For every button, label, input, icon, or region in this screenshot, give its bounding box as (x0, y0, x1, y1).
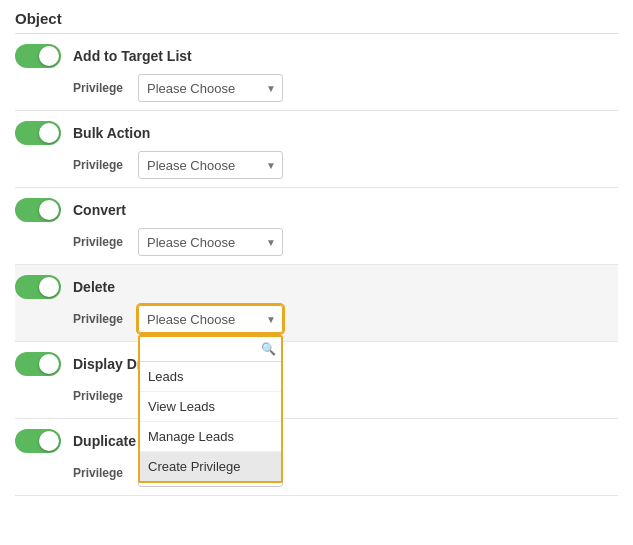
dropdown-wrapper-convert: Please Choose ▼ (138, 228, 283, 256)
section-title: Object (15, 10, 618, 34)
privilege-label: Privilege (73, 466, 128, 480)
row-display-dropdown: Display Drop… Privilege Please Choose ▼ (15, 342, 618, 419)
dropdown-option-create-privilege[interactable]: Create Privilege (140, 452, 281, 481)
toggle-track[interactable] (15, 121, 61, 145)
dropdown-value: Please Choose (147, 81, 235, 96)
dropdown-option-leads[interactable]: Leads (140, 362, 281, 392)
toggle-thumb (39, 277, 59, 297)
dropdown-search-input[interactable] (145, 340, 261, 358)
row-label-delete: Delete (73, 279, 115, 295)
toggle-delete[interactable] (15, 275, 61, 299)
dropdown-wrapper-bulk-action: Please Choose ▼ (138, 151, 283, 179)
dropdown-btn-bulk-action[interactable]: Please Choose ▼ (138, 151, 283, 179)
page-container: Object Add to Target List Privilege Plea… (0, 0, 633, 506)
row-header: Delete (15, 275, 618, 299)
toggle-thumb (39, 354, 59, 374)
toggle-track[interactable] (15, 352, 61, 376)
row-header: Bulk Action (15, 121, 618, 145)
chevron-down-icon: ▼ (266, 160, 276, 171)
dropdown-panel-delete: 🔍 Leads View Leads Manage Leads Create P… (138, 335, 283, 483)
privilege-row: Privilege Please Choose ▼ 🔍 Leads View L… (73, 305, 618, 333)
privilege-label: Privilege (73, 81, 128, 95)
toggle-thumb (39, 431, 59, 451)
row-header: Convert (15, 198, 618, 222)
toggle-duplicate[interactable] (15, 429, 61, 453)
row-label-add-to-target-list: Add to Target List (73, 48, 192, 64)
row-header: Duplicate (15, 429, 618, 453)
privilege-label: Privilege (73, 312, 128, 326)
toggle-track[interactable] (15, 198, 61, 222)
privilege-row: Privilege Please Choose ▼ (73, 228, 618, 256)
toggle-convert[interactable] (15, 198, 61, 222)
row-header: Display Drop… (15, 352, 618, 376)
toggle-thumb (39, 200, 59, 220)
row-add-to-target-list: Add to Target List Privilege Please Choo… (15, 34, 618, 111)
dropdown-btn-delete[interactable]: Please Choose ▼ (138, 305, 283, 333)
row-label-bulk-action: Bulk Action (73, 125, 150, 141)
toggle-track[interactable] (15, 44, 61, 68)
search-icon: 🔍 (261, 342, 276, 356)
privilege-row: Privilege Please Choose ▼ (73, 151, 618, 179)
dropdown-value: Please Choose (147, 158, 235, 173)
dropdown-option-view-leads[interactable]: View Leads (140, 392, 281, 422)
privilege-label: Privilege (73, 158, 128, 172)
dropdown-search: 🔍 (140, 337, 281, 362)
dropdown-options-list: Leads View Leads Manage Leads Create Pri… (140, 362, 281, 481)
row-label-convert: Convert (73, 202, 126, 218)
chevron-down-icon: ▼ (266, 314, 276, 325)
toggle-add-to-target-list[interactable] (15, 44, 61, 68)
privilege-row: Privilege Please Choose ▼ (73, 74, 618, 102)
toggle-track[interactable] (15, 429, 61, 453)
chevron-down-icon: ▼ (266, 237, 276, 248)
privilege-label: Privilege (73, 235, 128, 249)
row-header: Add to Target List (15, 44, 618, 68)
dropdown-option-manage-leads[interactable]: Manage Leads (140, 422, 281, 452)
dropdown-value: Please Choose (147, 312, 235, 327)
dropdown-btn-add-to-target-list[interactable]: Please Choose ▼ (138, 74, 283, 102)
chevron-down-icon: ▼ (266, 83, 276, 94)
toggle-track[interactable] (15, 275, 61, 299)
toggle-thumb (39, 46, 59, 66)
toggle-display-dropdown[interactable] (15, 352, 61, 376)
dropdown-value: Please Choose (147, 235, 235, 250)
toggle-thumb (39, 123, 59, 143)
toggle-bulk-action[interactable] (15, 121, 61, 145)
dropdown-btn-convert[interactable]: Please Choose ▼ (138, 228, 283, 256)
row-duplicate: Duplicate Privilege Please Choose ▼ (15, 419, 618, 496)
row-bulk-action: Bulk Action Privilege Please Choose ▼ (15, 111, 618, 188)
dropdown-wrapper-delete: Please Choose ▼ 🔍 Leads View Leads Manag… (138, 305, 283, 333)
privilege-label: Privilege (73, 389, 128, 403)
row-label-duplicate: Duplicate (73, 433, 136, 449)
dropdown-wrapper-add-to-target-list: Please Choose ▼ (138, 74, 283, 102)
row-convert: Convert Privilege Please Choose ▼ (15, 188, 618, 265)
row-delete: Delete Privilege Please Choose ▼ 🔍 Leads (15, 265, 618, 342)
